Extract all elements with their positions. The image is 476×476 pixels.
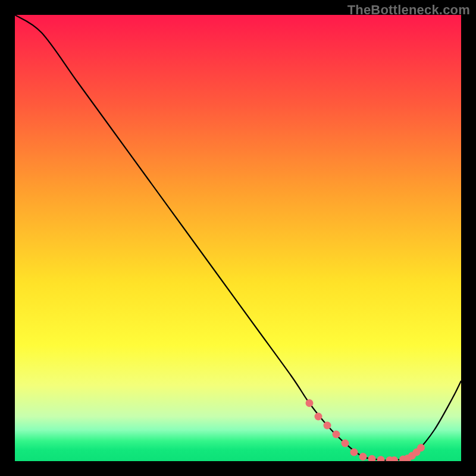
marker-dot xyxy=(417,444,425,452)
chart-root: TheBottleneck.com xyxy=(0,0,476,476)
watermark-text: TheBottleneck.com xyxy=(347,2,470,18)
marker-dot xyxy=(306,399,314,407)
marker-dot xyxy=(342,440,349,447)
marker-dot xyxy=(359,453,367,461)
marker-dot xyxy=(350,449,358,456)
gradient-background xyxy=(15,15,461,461)
marker-dot xyxy=(315,413,322,421)
marker-dot xyxy=(324,422,331,430)
marker-dot xyxy=(333,431,340,439)
chart-canvas xyxy=(0,0,476,476)
